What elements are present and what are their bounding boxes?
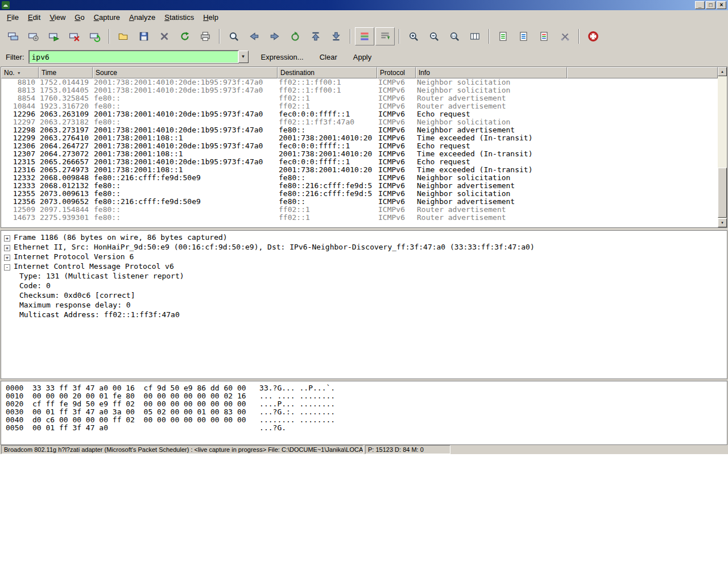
expand-icon[interactable]: + [4,235,10,242]
menu-item-capture[interactable]: Capture [89,11,125,24]
menu-item-go[interactable]: Go [70,11,89,24]
file-close-button[interactable] [155,27,174,45]
packet-row[interactable]: 122992063.2764102001:738:2001:108::12001… [1,134,718,142]
packet-list-scrollbar[interactable]: ▲ ▼ [718,67,727,227]
expand-icon[interactable]: + [4,245,10,251]
packet-row[interactable]: 108441923.316720fe80::ff02::1ICMPv6Route… [1,102,718,110]
collapse-icon[interactable]: - [4,264,10,271]
colorize-button[interactable] [355,27,374,45]
list-interfaces-button[interactable] [3,27,23,45]
packet-row[interactable]: 122982063.2731972001:738:2001:4010:20de:… [1,126,718,134]
packet-row[interactable]: 123152065.2666572001:738:2001:4010:20de:… [1,158,718,166]
go-to-top-button[interactable] [306,27,325,45]
column-header-destination[interactable]: Destination [278,67,377,78]
packet-row[interactable]: 123062064.2647272001:738:2001:4010:20de:… [1,142,718,150]
capture-start-button[interactable] [44,27,64,45]
hex-line[interactable]: 000033 33 ff 3f 47 a0 00 16 cf 9d 50 e9 … [1,384,727,392]
filter-label-button[interactable]: Filter: [3,51,29,63]
packet-time: 2275.939301 [39,214,93,222]
hex-line[interactable]: 0040d0 c6 00 00 00 00 ff 02 00 00 00 00 … [1,416,727,424]
detail-line[interactable]: Type: 131 (Multicast listener report) [1,271,727,281]
capture-options-button[interactable] [24,27,43,45]
packet-row[interactable]: 123552073.009613fe80::fe80::216:cfff:fe9… [1,190,718,198]
zoom-out-button[interactable] [424,27,444,45]
print-button[interactable] [196,27,215,45]
find-packet-button[interactable] [224,27,243,45]
zoom-100-button[interactable]: 1:1 [445,27,464,45]
capture-restart-button[interactable] [85,27,105,45]
detail-line[interactable]: +Internet Protocol Version 6 [1,252,727,261]
file-close-icon [159,31,170,42]
filter-dropdown-button[interactable]: ▼ [238,51,249,63]
detail-line[interactable]: +Ethernet II, Src: HonHaiPr_9d:50:e9 (00… [1,242,727,252]
toolbar-separator [350,29,351,44]
column-header-no[interactable]: No.▼ [1,67,39,78]
hex-line[interactable]: 0020cf ff fe 9d 50 e9 ff 02 00 00 00 00 … [1,400,727,408]
auto-scroll-button[interactable] [375,27,395,45]
close-button[interactable]: × [717,1,726,9]
zoom-in-button[interactable] [404,27,423,45]
menu-item-file[interactable]: File [2,11,23,24]
detail-line[interactable]: Multicast Address: ff02::1:ff3f:47a0 [1,310,727,319]
preferences-button[interactable] [555,27,574,45]
coloring-rules-button[interactable] [535,27,554,45]
packet-row[interactable]: 123162065.2749732001:738:2001:108::12001… [1,166,718,174]
hex-line[interactable]: 001000 00 00 20 00 01 fe 80 00 00 00 00 … [1,392,727,400]
scroll-down-icon[interactable]: ▼ [718,218,727,227]
packet-row[interactable]: 122962063.2631092001:738:2001:4010:20de:… [1,110,718,118]
go-forward-button[interactable] [265,27,284,45]
file-open-button[interactable] [114,27,133,45]
packet-row[interactable]: 88541760.325845fe80::ff02::1ICMPv6Router… [1,94,718,102]
minimize-button[interactable]: _ [695,1,705,9]
expression-button[interactable]: Expression... [258,51,307,63]
detail-line[interactable]: Checksum: 0xd0c6 [correct] [1,290,727,300]
expand-icon[interactable]: + [4,255,10,261]
packet-info: Echo request [416,158,718,166]
clear-button[interactable]: Clear [316,51,341,63]
packet-row[interactable]: 88131753.0144052001:738:2001:4010:20de:1… [1,86,718,94]
restore-button[interactable]: □ [706,1,715,9]
packet-row[interactable]: 122972063.273182fe80::ff02::1:ff3f:47a0I… [1,118,718,126]
file-save-as-button[interactable] [134,27,154,45]
hex-line[interactable]: 003000 01 ff 3f 47 a0 3a 00 05 02 00 00 … [1,408,727,416]
detail-line[interactable]: +Frame 1186 (86 bytes on wire, 86 bytes … [1,232,727,242]
reload-button[interactable] [175,27,195,45]
packet-row[interactable]: 125092097.154844fe80::ff02::1ICMPv6Route… [1,206,718,214]
packet-row[interactable]: 123322068.009848fe80::216:cfff:fe9d:50e9… [1,174,718,182]
packet-row[interactable]: 146732275.939301fe80::ff02::1ICMPv6Route… [1,214,718,222]
scrollbar-thumb[interactable] [718,168,727,218]
packet-destination: ff02::1 [278,102,377,110]
hex-line[interactable]: 005000 01 ff 3f 47 a0...?G. [1,424,727,432]
scroll-up-icon[interactable]: ▲ [718,67,727,76]
menu-item-view[interactable]: View [45,11,70,24]
column-header-protocol[interactable]: Protocol [377,67,416,78]
packet-source: fe80:: [93,190,278,198]
help-button[interactable] [584,27,603,45]
display-filter-button[interactable] [514,27,533,45]
column-header-info[interactable]: Info [416,67,567,78]
go-to-bottom-button[interactable] [326,27,346,45]
packet-row[interactable]: 123072064.2730722001:738:2001:108::12001… [1,150,718,158]
menu-item-statistics[interactable]: Statistics [160,11,198,24]
detail-line[interactable]: Maximum response delay: 0 [1,300,727,310]
go-back-button[interactable] [245,27,264,45]
packet-row[interactable]: 123562073.009652fe80::216:cfff:fe9d:50e9… [1,198,718,206]
packet-row[interactable]: 88101752.0144192001:738:2001:4010:20de:1… [1,78,718,86]
capture-stop-button[interactable] [65,27,84,45]
filter-input[interactable] [29,51,238,63]
resize-columns-button[interactable] [465,27,485,45]
detail-line[interactable]: -Internet Control Message Protocol v6 [1,261,727,271]
apply-button[interactable]: Apply [350,51,375,63]
detail-line[interactable]: Code: 0 [1,281,727,290]
packet-protocol: ICMPv6 [377,78,416,86]
column-header-source[interactable]: Source [93,67,278,78]
menu-item-help[interactable]: Help [198,11,223,24]
menu-item-edit[interactable]: Edit [23,11,45,24]
go-to-packet-button[interactable] [286,27,305,45]
menu-item-analyze[interactable]: Analyze [125,11,160,24]
auto-scroll-icon [379,31,391,42]
column-header-time[interactable]: Time [39,67,93,78]
capture-filter-button[interactable] [494,27,513,45]
packet-row[interactable]: 123332068.012132fe80::fe80::216:cfff:fe9… [1,182,718,190]
title-bar[interactable]: _ □ × [0,0,728,10]
